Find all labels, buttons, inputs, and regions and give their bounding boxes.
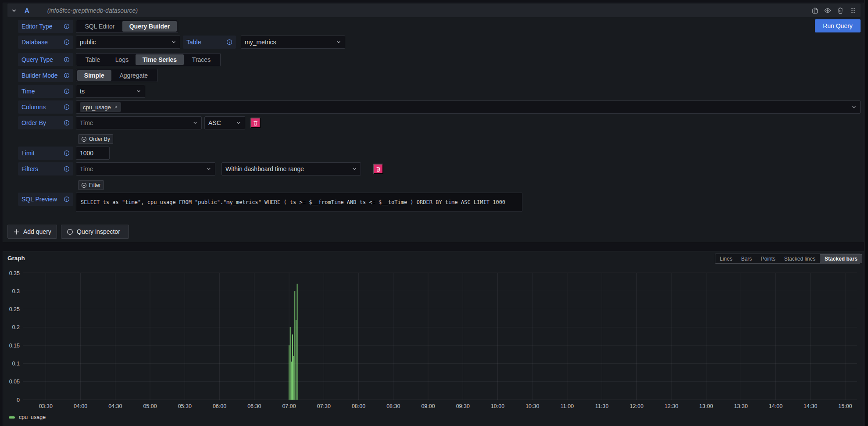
chart-bar[interactable] — [297, 284, 298, 400]
info-icon[interactable] — [64, 57, 70, 63]
columns-row: Columns cpu_usage — [18, 100, 861, 114]
info-icon[interactable] — [64, 88, 70, 94]
query-type-option-traces[interactable]: Traces — [184, 54, 219, 65]
scrollbar-track[interactable] — [864, 0, 868, 426]
add-filter-label: Filter — [89, 182, 101, 188]
drag-handle-icon[interactable] — [850, 7, 857, 14]
info-icon[interactable] — [64, 72, 70, 79]
select-value: Within dashboard time range — [225, 165, 304, 172]
sql-preview-code: SELECT ts as "time", cpu_usage FROM "pub… — [76, 193, 522, 212]
field-label-text: Query Type — [21, 56, 53, 63]
chart-bar[interactable] — [294, 291, 295, 400]
tag-label: cpu_usage — [83, 104, 111, 111]
chart-bar[interactable] — [292, 334, 293, 400]
x-axis-tick-label: 12:30 — [664, 403, 678, 409]
info-icon[interactable] — [64, 39, 70, 45]
y-axis-tick-label: 0.1 — [12, 361, 20, 367]
plus-circle-icon — [81, 183, 87, 188]
x-axis-tick-label: 03:30 — [39, 403, 53, 409]
columns-multiselect[interactable]: cpu_usage — [76, 100, 861, 114]
y-axis-tick-label: 0.35 — [9, 270, 20, 276]
builder-mode-label: Builder Mode — [18, 69, 73, 82]
x-axis-tick-label: 13:30 — [734, 403, 748, 409]
query-ref-id: A — [25, 7, 29, 14]
filter-delete-button[interactable] — [373, 164, 383, 174]
sql-preview-label: SQL Preview — [18, 193, 73, 206]
builder-mode-option-aggregate[interactable]: Aggregate — [111, 70, 156, 81]
table-select[interactable]: my_metrics — [241, 36, 345, 49]
add-order-by-button[interactable]: Order By — [78, 134, 113, 144]
x-axis-tick-label: 10:00 — [491, 403, 504, 409]
time-row: Time ts — [18, 85, 145, 98]
x-axis-tick-label: 08:00 — [352, 403, 365, 409]
y-axis-tick-label: 0.2 — [12, 324, 20, 330]
editor-type-option-query-builder[interactable]: Query Builder — [122, 21, 177, 32]
info-icon[interactable] — [64, 104, 70, 110]
add-query-button[interactable]: Add query — [7, 225, 57, 239]
database-select[interactable]: public — [76, 36, 180, 49]
info-icon[interactable] — [64, 120, 70, 126]
time-column-select[interactable]: ts — [76, 85, 145, 98]
chevron-down-icon — [206, 166, 211, 172]
chevron-down-icon — [352, 166, 357, 172]
chart-bar[interactable] — [293, 356, 294, 400]
editor-type-row: Editor Type SQL Editor Query Builder — [18, 20, 178, 33]
add-query-label: Add query — [23, 228, 51, 235]
columns-label: Columns — [18, 100, 73, 114]
limit-input[interactable]: 1000 — [76, 147, 110, 160]
chart-bar[interactable] — [290, 327, 291, 400]
query-row-header[interactable]: A (info8fcc-greptimedb-datasource) — [7, 4, 861, 17]
trash-icon[interactable] — [837, 7, 844, 14]
x-axis-tick-label: 11:00 — [561, 403, 574, 409]
collapse-chevron-icon[interactable] — [11, 8, 17, 13]
chart-bar[interactable] — [291, 362, 292, 400]
chart-bar[interactable] — [296, 320, 296, 400]
plus-circle-icon — [81, 136, 87, 142]
select-value: Time — [80, 165, 93, 172]
x-axis-tick-label: 09:00 — [421, 403, 435, 409]
copy-icon[interactable] — [811, 7, 818, 14]
order-by-row: Order By Time ASC — [18, 116, 261, 129]
add-order-by-label: Order By — [89, 136, 110, 142]
filter-condition-select[interactable]: Within dashboard time range — [221, 162, 361, 175]
filters-label: Filters — [18, 162, 73, 175]
remove-tag-icon[interactable] — [114, 105, 118, 109]
order-by-direction-select[interactable]: ASC — [204, 116, 245, 129]
info-icon[interactable] — [64, 23, 70, 29]
limit-label: Limit — [18, 147, 73, 160]
query-type-option-time-series[interactable]: Time Series — [136, 54, 184, 65]
info-icon[interactable] — [64, 196, 70, 202]
select-value: ASC — [208, 119, 221, 126]
chart-bar[interactable] — [289, 345, 289, 400]
select-value: ts — [80, 88, 85, 95]
x-axis-tick-label: 15:00 — [838, 403, 852, 409]
x-axis-tick-label: 06:30 — [247, 403, 261, 409]
eye-icon[interactable] — [824, 7, 831, 14]
query-type-option-logs[interactable]: Logs — [108, 54, 136, 65]
query-type-label: Query Type — [18, 53, 73, 66]
filter-field-select[interactable]: Time — [76, 162, 215, 175]
query-inspector-button[interactable]: Query inspector — [61, 225, 129, 239]
legend-series-label[interactable]: cpu_usage — [19, 414, 46, 420]
info-icon[interactable] — [64, 166, 70, 172]
table-label: Table — [183, 36, 236, 49]
field-label-text: Filters — [21, 165, 38, 172]
field-label-text: Order By — [21, 119, 46, 126]
columns-tag-cpu-usage[interactable]: cpu_usage — [80, 102, 121, 112]
field-label-text: Builder Mode — [21, 72, 58, 79]
x-axis-tick-label: 11:30 — [595, 403, 608, 409]
order-by-delete-button[interactable] — [250, 118, 261, 128]
run-query-button[interactable]: Run Query — [815, 19, 861, 32]
editor-type-option-sql-editor[interactable]: SQL Editor — [77, 21, 122, 32]
query-type-option-table[interactable]: Table — [77, 54, 108, 65]
info-icon[interactable] — [226, 39, 232, 45]
builder-mode-option-simple[interactable]: Simple — [77, 70, 111, 81]
builder-mode-row: Builder Mode Simple Aggregate — [18, 69, 157, 82]
order-by-field-select[interactable]: Time — [76, 116, 202, 129]
select-value: public — [80, 39, 96, 46]
field-label-text: SQL Preview — [21, 196, 57, 203]
info-icon[interactable] — [64, 150, 70, 156]
field-label-text: Database — [21, 39, 48, 46]
add-filter-button[interactable]: Filter — [78, 180, 104, 190]
sql-preview-text: SELECT ts as "time", cpu_usage FROM "pub… — [81, 199, 505, 205]
